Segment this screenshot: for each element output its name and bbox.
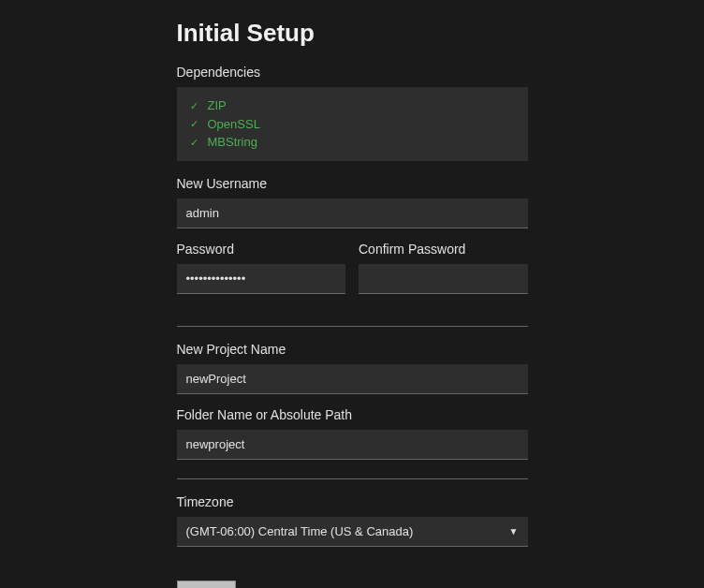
password-field: Password — [177, 242, 346, 294]
username-input[interactable] — [177, 198, 528, 228]
page-title: Initial Setup — [177, 19, 528, 48]
dependency-name: MBString — [208, 133, 257, 152]
timezone-label: Timezone — [177, 494, 528, 509]
username-field: New Username — [177, 176, 528, 228]
dependency-item: ✓ MBString — [190, 133, 515, 152]
check-icon: ✓ — [190, 135, 198, 151]
dependency-item: ✓ OpenSSL — [190, 115, 515, 134]
divider — [177, 478, 528, 479]
folder-label: Folder Name or Absolute Path — [177, 407, 528, 422]
dependency-item: ✓ ZIP — [190, 96, 515, 115]
check-icon: ✓ — [190, 116, 198, 132]
install-button[interactable]: Install — [177, 581, 237, 589]
timezone-select-wrap: (GMT-06:00) Central Time (US & Canada) ▼ — [177, 517, 528, 547]
timezone-select[interactable]: (GMT-06:00) Central Time (US & Canada) — [177, 517, 528, 546]
project-name-field: New Project Name — [177, 342, 528, 394]
username-label: New Username — [177, 176, 528, 191]
setup-form: Initial Setup Dependencies ✓ ZIP ✓ OpenS… — [177, 19, 528, 588]
dependency-name: OpenSSL — [208, 115, 260, 134]
dependencies-label: Dependencies — [177, 65, 528, 80]
password-input[interactable] — [177, 264, 346, 294]
dependencies-section: Dependencies ✓ ZIP ✓ OpenSSL ✓ MBString — [177, 65, 528, 161]
folder-input[interactable] — [177, 430, 528, 460]
confirm-password-field: Confirm Password — [359, 242, 528, 294]
project-name-input[interactable] — [177, 364, 528, 394]
project-name-label: New Project Name — [177, 342, 528, 357]
password-label: Password — [177, 242, 346, 257]
confirm-password-input[interactable] — [359, 264, 528, 294]
divider — [177, 326, 528, 327]
dependencies-box: ✓ ZIP ✓ OpenSSL ✓ MBString — [177, 87, 528, 161]
check-icon: ✓ — [190, 98, 198, 114]
confirm-password-label: Confirm Password — [359, 242, 528, 257]
dependency-name: ZIP — [208, 96, 227, 115]
folder-field: Folder Name or Absolute Path — [177, 407, 528, 460]
timezone-field: Timezone (GMT-06:00) Central Time (US & … — [177, 494, 528, 547]
